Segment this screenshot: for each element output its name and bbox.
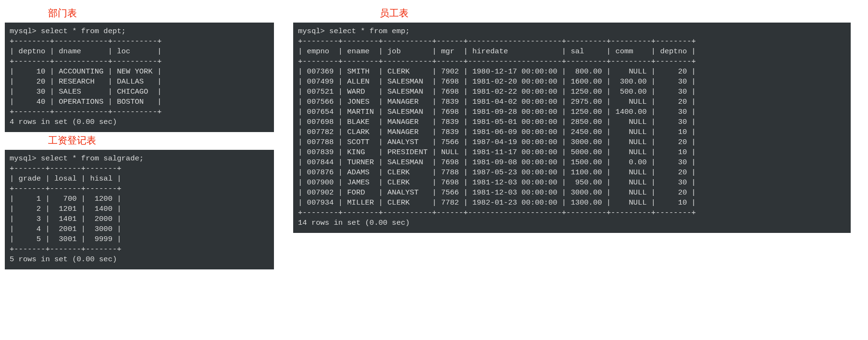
emp-terminal: mysql> select * from emp; +--------+----… (293, 23, 851, 233)
salgrade-caption: 工资登记表 (5, 134, 139, 147)
salgrade-terminal: mysql> select * from salgrade; +-------+… (5, 150, 274, 269)
dept-terminal: mysql> select * from dept; +--------+---… (5, 23, 274, 132)
dept-caption: 部门表 (5, 7, 120, 20)
emp-caption: 员工表 (380, 7, 851, 20)
